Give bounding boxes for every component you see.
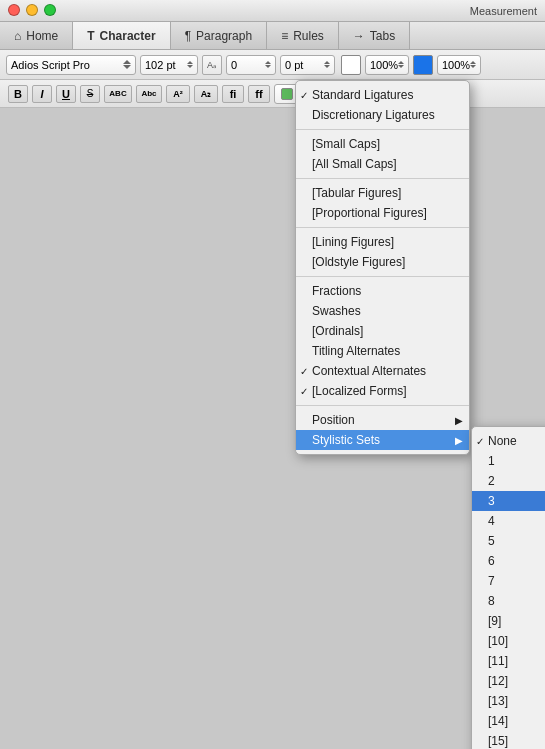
menu-label-stylistic-sets: Stylistic Sets	[312, 433, 380, 447]
toolbar-1: Adios Script Pro 102 pt Aₐ 0 0 pt 100%	[0, 50, 545, 80]
menu-item-contextual-alternates[interactable]: ✓ Contextual Alternates	[296, 361, 469, 381]
ligature-color-indicator	[281, 88, 293, 100]
submenu-label-1: 1	[488, 454, 495, 468]
menu-label-small-caps: [Small Caps]	[312, 137, 380, 151]
menu-label-titling-alternates: Titling Alternates	[312, 344, 400, 358]
subscript-button[interactable]: A₂	[194, 85, 218, 103]
close-button[interactable]	[8, 4, 20, 16]
submenu-item-4[interactable]: 4	[472, 511, 545, 531]
minimize-button[interactable]	[26, 4, 38, 16]
tab-character[interactable]: T Character	[73, 22, 170, 49]
menu-item-localized-forms[interactable]: ✓ [Localized Forms]	[296, 381, 469, 401]
submenu-item-13[interactable]: [13]	[472, 691, 545, 711]
tab-bar: ⌂ Home T Character ¶ Paragraph ≡ Rules →…	[0, 22, 545, 50]
submenu-item-1[interactable]: 1	[472, 451, 545, 471]
submenu-item-9[interactable]: [9]	[472, 611, 545, 631]
bold-button[interactable]: B	[8, 85, 28, 103]
strikethrough-button[interactable]: S	[80, 85, 100, 103]
tab-rules-label: Rules	[293, 29, 324, 43]
menu-item-all-small-caps[interactable]: [All Small Caps]	[296, 154, 469, 174]
fi-icon: fi	[230, 88, 237, 100]
submenu-label-8: 8	[488, 594, 495, 608]
menu-label-proportional-figures: [Proportional Figures]	[312, 206, 427, 220]
scale-percent-box2[interactable]: 100%	[437, 55, 481, 75]
submenu-item-7[interactable]: 7	[472, 571, 545, 591]
menu-item-swashes[interactable]: Swashes	[296, 301, 469, 321]
submenu-item-10[interactable]: [10]	[472, 631, 545, 651]
kern-value: 0	[231, 59, 237, 71]
italic-button[interactable]: I	[32, 85, 52, 103]
dropdown-overlay: ✓ Standard Ligatures Discretionary Ligat…	[295, 80, 470, 455]
menu-label-swashes: Swashes	[312, 304, 361, 318]
superscript-icon: A²	[173, 89, 183, 99]
menu-label-discretionary-ligatures: Discretionary Ligatures	[312, 108, 435, 122]
tab-home[interactable]: ⌂ Home	[0, 22, 73, 49]
allcaps-button[interactable]: ABC	[104, 85, 132, 103]
underline-button[interactable]: U	[56, 85, 76, 103]
menu-item-stylistic-sets[interactable]: Stylistic Sets ▶ ✓ None 1 2 3 4	[296, 430, 469, 450]
menu-label-contextual-alternates: Contextual Alternates	[312, 364, 426, 378]
submenu-label-13: [13]	[488, 694, 508, 708]
menu-item-lining-figures[interactable]: [Lining Figures]	[296, 232, 469, 252]
menu-item-proportional-figures[interactable]: [Proportional Figures]	[296, 203, 469, 223]
submenu-item-none[interactable]: ✓ None	[472, 431, 545, 451]
ff-ligature-button[interactable]: ff	[248, 85, 270, 103]
menu-item-titling-alternates[interactable]: Titling Alternates	[296, 341, 469, 361]
submenu-item-2[interactable]: 2	[472, 471, 545, 491]
menu-label-standard-ligatures: Standard Ligatures	[312, 88, 413, 102]
tab-tabs[interactable]: → Tabs	[339, 22, 410, 49]
dropdown-menu: ✓ Standard Ligatures Discretionary Ligat…	[295, 80, 470, 455]
menu-item-small-caps[interactable]: [Small Caps]	[296, 134, 469, 154]
submenu-label-5: 5	[488, 534, 495, 548]
check-localized-forms: ✓	[300, 386, 308, 397]
maximize-button[interactable]	[44, 4, 56, 16]
menu-label-all-small-caps: [All Small Caps]	[312, 157, 397, 171]
menu-item-discretionary-ligatures[interactable]: Discretionary Ligatures	[296, 105, 469, 125]
submenu-item-12[interactable]: [12]	[472, 671, 545, 691]
submenu-label-12: [12]	[488, 674, 508, 688]
baseline-shift-box[interactable]: 0 pt	[280, 55, 335, 75]
menu-item-ordinals[interactable]: [Ordinals]	[296, 321, 469, 341]
arrow-icon-stylistic-sets: ▶	[455, 435, 463, 446]
divider-2	[296, 178, 469, 179]
menu-label-fractions: Fractions	[312, 284, 361, 298]
menu-item-standard-ligatures[interactable]: ✓ Standard Ligatures	[296, 85, 469, 105]
submenu-item-5[interactable]: 5	[472, 531, 545, 551]
text-color-swatch[interactable]	[341, 55, 361, 75]
tab-home-label: Home	[26, 29, 58, 43]
tab-paragraph[interactable]: ¶ Paragraph	[171, 22, 268, 49]
superscript-button[interactable]: A²	[166, 85, 190, 103]
tab-rules[interactable]: ≡ Rules	[267, 22, 339, 49]
scale-percent-box[interactable]: 100%	[365, 55, 409, 75]
paragraph-icon: ¶	[185, 29, 191, 43]
scale-icon: Aₐ	[207, 60, 217, 70]
kern-value-box[interactable]: 0	[226, 55, 276, 75]
submenu-label-none: None	[488, 434, 517, 448]
font-size-select[interactable]: 102 pt	[140, 55, 198, 75]
menu-item-oldstyle-figures[interactable]: [Oldstyle Figures]	[296, 252, 469, 272]
italic-icon: I	[40, 88, 43, 100]
submenu-item-15[interactable]: [15]	[472, 731, 545, 749]
menu-item-fractions[interactable]: Fractions	[296, 281, 469, 301]
highlight-color-swatch[interactable]	[413, 55, 433, 75]
fi-ligature-button[interactable]: fi	[222, 85, 244, 103]
baseline-value: 0 pt	[285, 59, 303, 71]
submenu-label-15: [15]	[488, 734, 508, 748]
check-contextual-alternates: ✓	[300, 366, 308, 377]
submenu-item-14[interactable]: [14]	[472, 711, 545, 731]
menu-label-tabular-figures: [Tabular Figures]	[312, 186, 401, 200]
submenu-item-6[interactable]: 6	[472, 551, 545, 571]
bold-icon: B	[14, 88, 22, 100]
submenu-item-3[interactable]: 3	[472, 491, 545, 511]
check-none: ✓	[476, 436, 484, 447]
smallcaps-button[interactable]: Abc	[136, 85, 162, 103]
menu-item-tabular-figures[interactable]: [Tabular Figures]	[296, 183, 469, 203]
check-standard-ligatures: ✓	[300, 90, 308, 101]
submenu-item-8[interactable]: 8	[472, 591, 545, 611]
submenu-item-11[interactable]: [11]	[472, 651, 545, 671]
font-name-select[interactable]: Adios Script Pro	[6, 55, 136, 75]
divider-3	[296, 227, 469, 228]
menu-item-position[interactable]: Position ▶	[296, 410, 469, 430]
submenu-label-11: [11]	[488, 654, 508, 668]
text-scale-button[interactable]: Aₐ	[202, 55, 222, 75]
